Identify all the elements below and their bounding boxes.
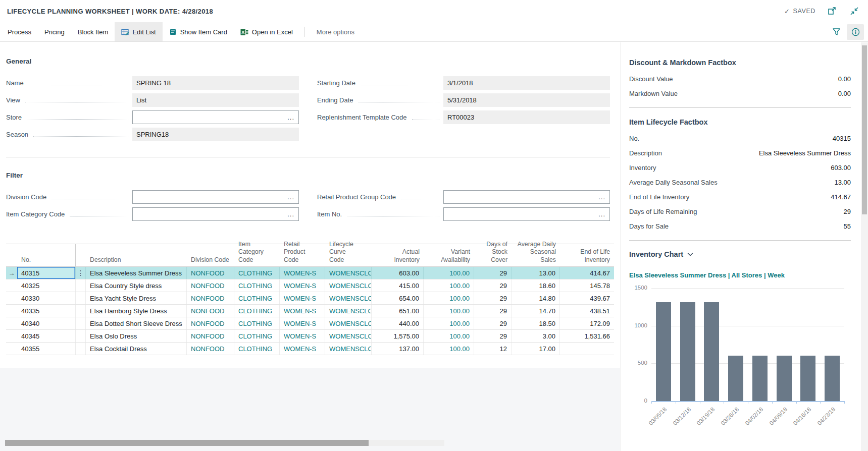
cell-days_of_stock_cover[interactable]: 29 — [474, 330, 512, 342]
cell-avg_daily_seasonal_sales[interactable]: 18.50 — [512, 317, 560, 329]
cell-description[interactable]: Elsa Hamborg Style Dress — [86, 305, 187, 317]
cell-retail_product_code[interactable]: WOMEN-S — [280, 279, 325, 292]
cell-no[interactable]: 40355 — [17, 343, 76, 355]
vertical-scrollbar[interactable] — [861, 42, 868, 451]
cell-retail_product_code[interactable]: WOMEN-S — [280, 292, 325, 304]
inventory-chart-section-header[interactable]: Inventory Chart — [629, 250, 851, 258]
cell-division_code[interactable]: NONFOOD — [187, 267, 234, 279]
assist-edit-button[interactable]: ... — [284, 210, 294, 218]
cell-end_of_life_inventory[interactable]: 439.67 — [560, 292, 614, 304]
cell-division_code[interactable]: NONFOOD — [187, 279, 234, 292]
cell-lifecycle_curve_code[interactable]: WOMENSCLO... — [325, 317, 372, 329]
filter-icon[interactable] — [828, 24, 845, 40]
column-header-days_of_stock_cover[interactable]: Days of Stock Cover — [474, 244, 512, 266]
table-row[interactable]: 40335Elsa Hamborg Style DressNONFOODCLOT… — [6, 305, 614, 317]
horizontal-scrollbar-thumb[interactable] — [5, 440, 369, 446]
table-row[interactable]: 40345Elsa Oslo DressNONFOODCLOTHINGWOMEN… — [6, 330, 614, 343]
retail-product-group-code-input[interactable]: ... — [443, 190, 610, 204]
cell-variant_availability[interactable]: 100.00 — [424, 343, 474, 355]
cell-retail_product_code[interactable]: WOMEN-S — [280, 267, 325, 279]
vertical-scrollbar-thumb[interactable] — [862, 45, 867, 214]
cell-lifecycle_curve_code[interactable]: WOMENSCLO... — [325, 330, 372, 342]
cell-avg_daily_seasonal_sales[interactable]: 14.80 — [512, 292, 560, 304]
cell-no[interactable]: 40330 — [17, 292, 76, 304]
column-header-avg_daily_seasonal_sales[interactable]: Average Daily Seasonal Sales — [512, 244, 560, 266]
cell-lifecycle_curve_code[interactable]: WOMENSCLO... — [325, 292, 372, 304]
cell-end_of_life_inventory[interactable]: 145.78 — [560, 279, 614, 292]
column-header-retail_product_code[interactable]: Retail Product Code — [280, 244, 325, 266]
cell-avg_daily_seasonal_sales[interactable]: 14.70 — [512, 305, 560, 317]
cell-no[interactable]: 40345 — [17, 330, 76, 342]
minimize-icon[interactable] — [849, 6, 860, 17]
cell-retail_product_code[interactable]: WOMEN-S — [280, 330, 325, 342]
cell-description[interactable]: Elsa Sleeveless Summer Dress — [86, 267, 187, 279]
cell-avg_daily_seasonal_sales[interactable]: 18.60 — [512, 279, 560, 292]
cell-item_category_code[interactable]: CLOTHING — [234, 305, 280, 317]
cell-item_category_code[interactable]: CLOTHING — [234, 343, 280, 355]
table-row[interactable]: 40325Elsa Country Style dressNONFOODCLOT… — [6, 279, 614, 292]
cell-end_of_life_inventory[interactable] — [560, 343, 614, 355]
column-header-actual_inventory[interactable]: Actual Inventory — [372, 244, 424, 266]
cell-item_category_code[interactable]: CLOTHING — [234, 292, 280, 304]
assist-edit-button[interactable]: ... — [595, 193, 605, 201]
cell-variant_availability[interactable]: 100.00 — [424, 317, 474, 329]
column-header-variant_availability[interactable]: Variant Availability — [424, 244, 474, 266]
cell-item_category_code[interactable]: CLOTHING — [234, 317, 280, 329]
cell-variant_availability[interactable]: 100.00 — [424, 305, 474, 317]
cell-variant_availability[interactable]: 100.00 — [424, 279, 474, 292]
cell-item_category_code[interactable]: CLOTHING — [234, 267, 280, 279]
cell-variant_availability[interactable]: 100.00 — [424, 267, 474, 279]
cell-retail_product_code[interactable]: WOMEN-S — [280, 343, 325, 355]
cell-no[interactable]: 40315 — [17, 267, 76, 279]
cell-variant_availability[interactable]: 100.00 — [424, 330, 474, 342]
cell-actual_inventory[interactable]: 603.00 — [372, 267, 424, 279]
table-row[interactable]: →40315⋮Elsa Sleeveless Summer DressNONFO… — [6, 267, 614, 279]
cell-days_of_stock_cover[interactable]: 12 — [474, 343, 512, 355]
cell-actual_inventory[interactable]: 440.00 — [372, 317, 424, 329]
cell-lifecycle_curve_code[interactable]: WOMENSCLO... — [325, 267, 372, 279]
cell-item_category_code[interactable]: CLOTHING — [234, 330, 280, 342]
assist-edit-button[interactable]: ... — [595, 210, 605, 218]
cell-avg_daily_seasonal_sales[interactable]: 17.00 — [512, 343, 560, 355]
open-in-excel-button[interactable]: X Open in Excel — [234, 22, 299, 41]
column-header-item_category_code[interactable]: Item Category Code — [234, 244, 280, 266]
cell-avg_daily_seasonal_sales[interactable]: 13.00 — [512, 267, 560, 279]
cell-no[interactable]: 40325 — [17, 279, 76, 292]
cell-actual_inventory[interactable]: 137.00 — [372, 343, 424, 355]
cell-days_of_stock_cover[interactable]: 29 — [474, 279, 512, 292]
open-in-new-window-icon[interactable] — [827, 6, 838, 17]
cell-days_of_stock_cover[interactable]: 29 — [474, 317, 512, 329]
cell-no[interactable]: 40335 — [17, 305, 76, 317]
cell-description[interactable]: Elsa Cocktail Dress — [86, 343, 187, 355]
cell-actual_inventory[interactable]: 1,575.00 — [372, 330, 424, 342]
cell-description[interactable]: Elsa Dotted Short Sleeve Dress — [86, 317, 187, 329]
column-header-description[interactable]: Description — [86, 244, 187, 266]
cell-actual_inventory[interactable]: 651.00 — [372, 305, 424, 317]
pricing-menu-button[interactable]: Pricing — [38, 22, 71, 41]
division-code-input[interactable]: ... — [132, 190, 299, 204]
horizontal-scrollbar[interactable] — [5, 440, 444, 446]
cell-lifecycle_curve_code[interactable]: WOMENSCLO... — [325, 343, 372, 355]
cell-days_of_stock_cover[interactable]: 29 — [474, 292, 512, 304]
column-header-no[interactable]: No. — [17, 244, 76, 266]
edit-list-button[interactable]: Edit List — [115, 22, 162, 41]
cell-division_code[interactable]: NONFOOD — [187, 317, 234, 329]
cell-description[interactable]: Elsa Yacht Style Dress — [86, 292, 187, 304]
table-row[interactable]: 40355Elsa Cocktail DressNONFOODCLOTHINGW… — [6, 343, 614, 355]
info-icon[interactable] — [847, 24, 864, 40]
cell-lifecycle_curve_code[interactable]: WOMENSCLO... — [325, 305, 372, 317]
cell-item_category_code[interactable]: CLOTHING — [234, 279, 280, 292]
cell-avg_daily_seasonal_sales[interactable]: 3.00 — [512, 330, 560, 342]
cell-division_code[interactable]: NONFOOD — [187, 305, 234, 317]
row-menu-cell[interactable]: ⋮ — [76, 267, 86, 279]
cell-days_of_stock_cover[interactable]: 29 — [474, 267, 512, 279]
cell-end_of_life_inventory[interactable]: 1,531.66 — [560, 330, 614, 342]
cell-retail_product_code[interactable]: WOMEN-S — [280, 305, 325, 317]
cell-lifecycle_curve_code[interactable]: WOMENSCLO... — [325, 279, 372, 292]
block-item-button[interactable]: Block Item — [71, 22, 115, 41]
cell-no[interactable]: 40340 — [17, 317, 76, 329]
cell-division_code[interactable]: NONFOOD — [187, 330, 234, 342]
show-item-card-button[interactable]: Show Item Card — [163, 22, 234, 41]
process-menu-button[interactable]: Process — [1, 22, 38, 41]
cell-end_of_life_inventory[interactable]: 172.09 — [560, 317, 614, 329]
